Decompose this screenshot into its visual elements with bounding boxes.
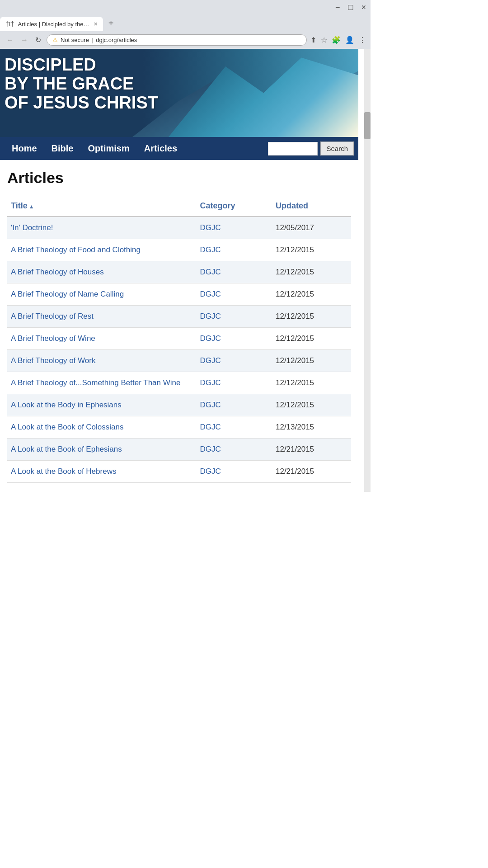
- article-date-cell: 12/12/2015: [272, 283, 351, 306]
- col-category-header[interactable]: Category: [197, 198, 272, 217]
- article-link[interactable]: A Brief Theology of Name Calling: [11, 290, 124, 298]
- article-category-cell: DGJC: [197, 350, 272, 372]
- table-row: A Look at the Book of EphesiansDGJC12/21…: [7, 439, 351, 461]
- article-link[interactable]: A Brief Theology of Work: [11, 356, 95, 365]
- article-date-cell: 12/12/2015: [272, 394, 351, 416]
- search-button[interactable]: Search: [320, 142, 354, 156]
- search-input[interactable]: [268, 142, 318, 156]
- nav-bible[interactable]: Bible: [44, 137, 81, 160]
- close-window-button[interactable]: ×: [361, 3, 366, 12]
- maximize-button[interactable]: □: [348, 3, 353, 12]
- article-title-cell: A Look at the Book of Colossians: [7, 416, 197, 439]
- article-category-cell: DGJC: [197, 261, 272, 283]
- table-row: A Brief Theology of HousesDGJC12/12/2015: [7, 261, 351, 283]
- article-category-cell: DGJC: [197, 217, 272, 239]
- articles-table: Title▲ Category Updated 'In' Doctrine!DG…: [7, 198, 351, 483]
- article-date-cell: 12/12/2015: [272, 239, 351, 261]
- article-category-cell: DGJC: [197, 328, 272, 350]
- security-warning-icon: ⚠: [52, 37, 58, 43]
- article-title-cell: A Brief Theology of...Something Better T…: [7, 372, 197, 394]
- table-row: A Look at the Body in EphesiansDGJC12/12…: [7, 394, 351, 416]
- scrollbar-thumb[interactable]: [364, 112, 371, 139]
- article-date-cell: 12/21/2015: [272, 461, 351, 483]
- article-category-cell: DGJC: [197, 439, 272, 461]
- article-title-cell: A Brief Theology of Rest: [7, 306, 197, 328]
- article-date-cell: 12/12/2015: [272, 306, 351, 328]
- share-icon[interactable]: ⬆: [310, 36, 316, 44]
- article-link[interactable]: A Brief Theology of...Something Better T…: [11, 378, 180, 387]
- extensions-icon[interactable]: 🧩: [332, 36, 341, 44]
- toolbar-icons: ⬆ ☆ 🧩 👤 ⋮: [310, 36, 366, 44]
- forward-button[interactable]: →: [19, 34, 30, 46]
- table-row: A Look at the Book of ColossiansDGJC12/1…: [7, 416, 351, 439]
- article-category-cell: DGJC: [197, 306, 272, 328]
- col-title-header[interactable]: Title▲: [7, 198, 197, 217]
- tab-favicon-icon: †t†: [5, 20, 14, 28]
- table-row: A Brief Theology of WineDGJC12/12/2015: [7, 328, 351, 350]
- article-title-cell: A Brief Theology of Wine: [7, 328, 197, 350]
- article-title-cell: A Brief Theology of Name Calling: [7, 283, 197, 306]
- scrollbar-track: [364, 49, 371, 492]
- article-title-cell: 'In' Doctrine!: [7, 217, 197, 239]
- nav-bar: Home Bible Optimism Articles Search: [0, 137, 358, 160]
- new-tab-button[interactable]: +: [103, 15, 119, 31]
- hero-banner: DISCIPLED BY THE GRACE OF JESUS CHRIST: [0, 49, 358, 137]
- article-category-cell: DGJC: [197, 283, 272, 306]
- nav-optimism[interactable]: Optimism: [80, 137, 136, 160]
- article-date-cell: 12/21/2015: [272, 439, 351, 461]
- table-row: A Brief Theology of Food and ClothingDGJ…: [7, 239, 351, 261]
- article-title-cell: A Brief Theology of Houses: [7, 261, 197, 283]
- active-tab[interactable]: †t† Articles | Discipled by the Grace ..…: [0, 17, 103, 31]
- table-row: A Look at the Book of HebrewsDGJC12/21/2…: [7, 461, 351, 483]
- article-category-cell: DGJC: [197, 372, 272, 394]
- article-link[interactable]: 'In' Doctrine!: [11, 223, 53, 232]
- col-updated-header[interactable]: Updated: [272, 198, 351, 217]
- menu-icon[interactable]: ⋮: [359, 36, 366, 44]
- sort-arrow-icon: ▲: [29, 203, 34, 210]
- article-link[interactable]: A Brief Theology of Wine: [11, 334, 95, 343]
- content-area: Articles Title▲ Category Updated 'In' Do…: [0, 160, 358, 492]
- article-date-cell: 12/12/2015: [272, 328, 351, 350]
- article-link[interactable]: A Look at the Book of Ephesians: [11, 445, 122, 453]
- back-button[interactable]: ←: [5, 34, 15, 46]
- article-category-cell: DGJC: [197, 461, 272, 483]
- tab-close-button[interactable]: ×: [94, 20, 97, 28]
- article-date-cell: 12/12/2015: [272, 372, 351, 394]
- article-title-cell: A Look at the Body in Ephesians: [7, 394, 197, 416]
- address-bar: ← → ↻ ⚠ Not secure | dgjc.org/articles ⬆…: [0, 31, 371, 49]
- article-link[interactable]: A Brief Theology of Rest: [11, 312, 94, 321]
- search-box: Search: [268, 142, 354, 156]
- table-row: A Brief Theology of WorkDGJC12/12/2015: [7, 350, 351, 372]
- table-row: A Brief Theology of RestDGJC12/12/2015: [7, 306, 351, 328]
- security-label: Not secure: [61, 37, 89, 43]
- nav-home[interactable]: Home: [5, 137, 44, 160]
- article-date-cell: 12/12/2015: [272, 350, 351, 372]
- table-row: A Brief Theology of Name CallingDGJC12/1…: [7, 283, 351, 306]
- address-separator: |: [92, 37, 93, 43]
- article-link[interactable]: A Brief Theology of Food and Clothing: [11, 245, 141, 254]
- table-row: 'In' Doctrine!DGJC12/05/2017: [7, 217, 351, 239]
- article-category-cell: DGJC: [197, 239, 272, 261]
- article-category-cell: DGJC: [197, 416, 272, 439]
- article-title-cell: A Look at the Book of Hebrews: [7, 461, 197, 483]
- hero-text: DISCIPLED BY THE GRACE OF JESUS CHRIST: [5, 56, 158, 112]
- article-date-cell: 12/12/2015: [272, 261, 351, 283]
- nav-articles[interactable]: Articles: [137, 137, 184, 160]
- article-date-cell: 12/05/2017: [272, 217, 351, 239]
- article-category-cell: DGJC: [197, 394, 272, 416]
- article-date-cell: 12/13/2015: [272, 416, 351, 439]
- url-bar[interactable]: ⚠ Not secure | dgjc.org/articles: [47, 34, 307, 46]
- article-link[interactable]: A Look at the Book of Colossians: [11, 423, 124, 431]
- article-title-cell: A Brief Theology of Work: [7, 350, 197, 372]
- minimize-button[interactable]: −: [335, 3, 340, 12]
- profile-icon[interactable]: 👤: [345, 36, 354, 44]
- bookmark-icon[interactable]: ☆: [321, 36, 327, 44]
- article-link[interactable]: A Brief Theology of Houses: [11, 268, 104, 276]
- article-link[interactable]: A Look at the Body in Ephesians: [11, 401, 122, 409]
- table-row: A Brief Theology of...Something Better T…: [7, 372, 351, 394]
- article-title-cell: A Look at the Book of Ephesians: [7, 439, 197, 461]
- reload-button[interactable]: ↻: [33, 34, 43, 46]
- article-link[interactable]: A Look at the Book of Hebrews: [11, 467, 116, 476]
- address-url: dgjc.org/articles: [96, 37, 137, 43]
- article-title-cell: A Brief Theology of Food and Clothing: [7, 239, 197, 261]
